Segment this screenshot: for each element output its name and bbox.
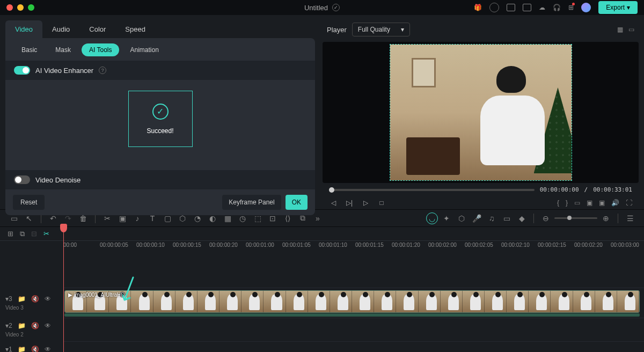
help-icon[interactable]: ? (99, 67, 106, 74)
link-tracks-icon[interactable]: ⧉ (20, 230, 25, 238)
scrub-bar[interactable] (329, 189, 535, 191)
visibility-icon[interactable]: 👁 (45, 322, 51, 329)
stop-icon[interactable]: □ (377, 199, 386, 207)
enhancer-section: AI Video Enhancer ? (5, 61, 315, 80)
track-spacer (63, 254, 644, 288)
track-video-2[interactable]: ▾2 📁 🔇 👁 Video 2 (63, 318, 644, 342)
subtab-animation[interactable]: Animation (122, 43, 166, 56)
record-icon[interactable] (489, 3, 499, 12)
pip-icon[interactable]: ▭ (500, 212, 513, 225)
enhancer-label: AI Video Enhancer (35, 67, 93, 75)
audio-waveform[interactable] (64, 313, 640, 317)
visibility-icon[interactable]: 👁 (45, 346, 51, 352)
avatar-icon[interactable] (581, 3, 591, 12)
audio-track-icon[interactable]: ♫ (485, 212, 498, 225)
folder-icon[interactable]: 📁 (18, 322, 26, 329)
video-frame[interactable] (390, 44, 572, 181)
brace-right-icon[interactable]: } (566, 199, 568, 207)
track-type-icon[interactable]: ▾3 (5, 295, 12, 303)
tab-audio[interactable]: Audio (42, 20, 79, 38)
time-ruler[interactable]: 00:0000:00:00:0500:00:00:1000:00:00:1500… (0, 241, 644, 254)
succeed-indicator: ✓ Succeed! (128, 91, 193, 147)
track-label: Video 2 (5, 332, 58, 338)
play-icon[interactable]: ▷ (361, 199, 370, 207)
folder-icon[interactable]: 📁 (18, 295, 26, 303)
keyframe-panel-button[interactable]: Keyframe Panel (222, 195, 281, 210)
playhead[interactable] (63, 227, 64, 352)
brace-left-icon[interactable]: { (557, 199, 559, 207)
subtab-mask[interactable]: Mask (48, 43, 78, 56)
video-subtabs: Basic Mask AI Tools Animation (5, 38, 315, 61)
inspector-footer: Reset Keyframe Panel OK (5, 189, 315, 215)
zoom-slider[interactable] (554, 217, 597, 219)
save-icon[interactable] (523, 4, 531, 11)
annotation-arrow (122, 276, 138, 305)
apps-icon[interactable]: ⊞ (568, 4, 574, 11)
zoom-in-icon[interactable]: ⊕ (599, 212, 612, 225)
visibility-icon[interactable]: 👁 (45, 295, 51, 303)
headphones-icon[interactable]: 🎧 (553, 4, 561, 11)
tab-speed[interactable]: Speed (115, 20, 155, 38)
track-video-1[interactable]: ▾1 📁 🔇 👁 Video 1 (63, 342, 644, 352)
prev-frame-icon[interactable]: ◁ (329, 199, 338, 207)
quality-value: Full Quality (358, 26, 390, 33)
layout-icon[interactable] (507, 4, 515, 11)
compare-icon[interactable]: ▦ (617, 26, 623, 33)
cloud-icon[interactable]: ☁ (539, 4, 545, 11)
crop-icon[interactable]: ▣ (587, 199, 592, 207)
export-button[interactable]: Export ▾ (598, 1, 638, 14)
check-icon: ✓ (152, 104, 169, 120)
close-window[interactable] (6, 4, 13, 11)
redo-icon[interactable]: ↷ (62, 212, 75, 225)
volume-icon[interactable]: 🔊 (611, 199, 619, 207)
tracks-area: ▾3 📁 🔇 👁 Video 3 ▶imag0001_AIUltraHD ▾2 … (0, 254, 644, 352)
reset-button[interactable]: Reset (13, 195, 45, 210)
scrub-row: 00:00:00:00 / 00:00:33:01 (323, 183, 639, 196)
mute-icon[interactable]: 🔇 (31, 295, 39, 303)
minimize-window[interactable] (17, 4, 24, 11)
mic-icon[interactable]: 🎤 (470, 212, 483, 225)
inspector-panel: Video Audio Color Speed Basic Mask AI To… (0, 15, 320, 209)
badge-icon[interactable]: ✦ (440, 212, 453, 225)
denoise-toggle[interactable] (14, 175, 30, 184)
snap-icon[interactable]: ⊞ (8, 230, 13, 238)
maximize-window[interactable] (28, 4, 34, 11)
track-video-3[interactable]: ▾3 📁 🔇 👁 Video 3 ▶imag0001_AIUltraHD (63, 288, 644, 318)
tab-color[interactable]: Color (79, 20, 115, 38)
enhancer-content: ✓ Succeed! (5, 80, 315, 160)
playback-controls: ◁ ▷| ▷ □ { } ▭ ▣ ▣ 🔊 ⛶ (323, 196, 639, 209)
camera-icon[interactable]: ▣ (599, 199, 605, 207)
folder-icon[interactable]: 📁 (18, 346, 26, 352)
ai-robot-icon[interactable]: ◡ (426, 212, 438, 224)
fullscreen-icon[interactable]: ⛶ (626, 199, 632, 207)
clip-name: imag0001_AIUltraHD (74, 292, 125, 298)
video-viewer[interactable] (323, 42, 639, 183)
current-time: 00:00:00:00 (540, 186, 579, 193)
zoom-out-icon[interactable]: ⊖ (539, 212, 552, 225)
play-reverse-icon[interactable]: ▷| (345, 199, 354, 207)
shield-icon[interactable]: ⬡ (455, 212, 468, 225)
video-content (390, 45, 572, 180)
subtab-basic[interactable]: Basic (14, 43, 45, 56)
track-type-icon[interactable]: ▾1 (5, 346, 12, 352)
succeed-text: Succeed! (147, 127, 173, 135)
video-clip[interactable]: ▶imag0001_AIUltraHD (64, 290, 640, 313)
tab-video[interactable]: Video (5, 20, 42, 38)
subtab-aitools[interactable]: AI Tools (82, 43, 119, 56)
denoise-section: Video Denoise (5, 170, 315, 189)
gift-icon[interactable]: 🎁 (474, 4, 482, 11)
ok-button[interactable]: OK (286, 195, 308, 210)
keyframe-icon[interactable]: ◆ (515, 212, 528, 225)
quality-dropdown[interactable]: Full Quality ▾ (352, 23, 410, 36)
marker-icon[interactable]: ▭ (574, 199, 580, 207)
track-type-icon[interactable]: ▾2 (5, 322, 12, 329)
magnet-icon[interactable]: ⊟ (31, 230, 37, 238)
list-view-icon[interactable]: ☰ (624, 212, 636, 225)
enhancer-toggle[interactable] (14, 66, 30, 75)
timeline: ⊞ ⧉ ⊟ ✂ 00:0000:00:00:0500:00:00:1000:00… (0, 226, 644, 352)
auto-ripple-icon[interactable]: ✂ (43, 230, 49, 238)
cloud-sync-icon[interactable]: ✓ (332, 4, 340, 11)
snapshot-icon[interactable]: ▭ (628, 26, 634, 33)
mute-icon[interactable]: 🔇 (31, 322, 39, 329)
mute-icon[interactable]: 🔇 (31, 346, 39, 352)
